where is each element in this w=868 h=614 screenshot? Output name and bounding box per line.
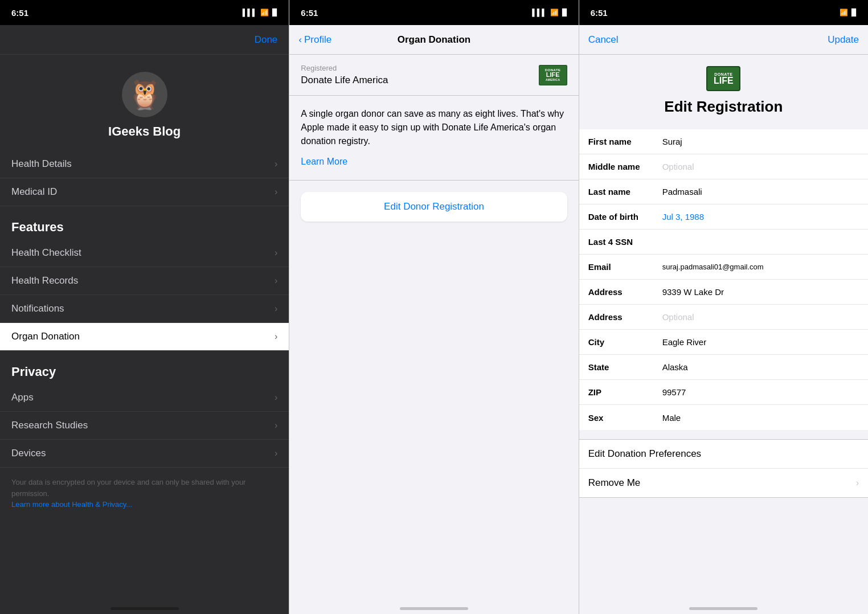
middle-name-label: Middle name (588, 162, 662, 171)
home-indicator-1 (0, 603, 289, 614)
ssn-label: Last 4 SSN (588, 237, 662, 247)
cancel-button[interactable]: Cancel (588, 34, 619, 46)
menu-item-health-details[interactable]: Health Details › (0, 150, 289, 178)
first-name-label: First name (588, 137, 662, 146)
state-label: State (588, 362, 662, 372)
form-row-address1[interactable]: Address 9339 W Lake Dr (579, 280, 868, 305)
form-row-middlename[interactable]: Middle name Optional (579, 154, 868, 179)
learn-more-link[interactable]: Learn More (301, 155, 567, 169)
edit-donation-preferences-button[interactable]: Edit Donation Preferences (579, 440, 868, 469)
form-row-sex[interactable]: Sex Male (579, 405, 868, 430)
life-logo-section: DONATE LIFE Edit Registration (579, 55, 868, 129)
back-chevron-icon: ‹ (298, 34, 302, 46)
edit-prefs-label: Edit Donation Preferences (588, 448, 859, 460)
address1-label: Address (588, 287, 662, 297)
wifi-icon: 📶 (840, 9, 848, 17)
chevron-icon: › (275, 276, 277, 286)
address2-label: Address (588, 312, 662, 322)
nav-bar-2: ‹ Profile Organ Donation (289, 25, 578, 55)
home-indicator-bar (400, 607, 468, 610)
status-bar-2: 6:51 ▌▌▌ 📶 ▉ (289, 0, 578, 25)
bottom-actions: Edit Donation Preferences Remove Me › (579, 439, 868, 498)
form-row-state[interactable]: State Alaska (579, 355, 868, 380)
registered-card: Registered Donate Life America DONATE LI… (289, 55, 578, 96)
organ-description: A single organ donor can save as many as… (289, 96, 578, 181)
form-row-firstname[interactable]: First name Suraj (579, 129, 868, 154)
city-value[interactable]: Eagle River (662, 337, 859, 347)
donate-life-logo: DONATE LIFE AMERICA (539, 65, 567, 85)
first-name-value[interactable]: Suraj (662, 137, 859, 146)
form-row-dob[interactable]: Date of birth Jul 3, 1988 (579, 204, 868, 230)
status-time-1: 6:51 (11, 8, 28, 18)
remove-me-button[interactable]: Remove Me › (579, 469, 868, 497)
signal-icon: ▌▌▌ (243, 9, 257, 17)
battery-icon: ▉ (272, 9, 277, 17)
signal-icon: ▌▌▌ (532, 9, 547, 17)
menu-item-label: Research Studies (11, 420, 88, 431)
life-logo-word: LIFE (714, 76, 734, 85)
menu-item-label: Health Records (11, 275, 78, 286)
menu-item-medical-id[interactable]: Medical ID › (0, 178, 289, 206)
home-indicator-bar (689, 607, 758, 610)
last-name-value[interactable]: Padmasali (662, 187, 859, 197)
back-label: Profile (304, 34, 331, 46)
chevron-icon: › (856, 478, 859, 488)
menu-item-apps[interactable]: Apps › (0, 384, 289, 412)
zip-value[interactable]: 99577 (662, 387, 859, 397)
organ-content: Registered Donate Life America DONATE LI… (289, 55, 578, 603)
registered-name: Donate Life America (301, 75, 388, 86)
menu-item-label: Medical ID (11, 186, 57, 198)
profile-name: IGeeks Blog (108, 124, 181, 139)
nav-bar-3: Cancel Update (579, 25, 868, 55)
city-label: City (588, 337, 662, 347)
health-privacy-link[interactable]: Learn more about Health & Privacy... (11, 500, 132, 509)
logo-middle-text: LIFE (546, 72, 560, 78)
status-icons-3: 📶 ▉ (840, 9, 857, 17)
menu-item-label: Health Details (11, 158, 72, 170)
menu-item-research-studies[interactable]: Research Studies › (0, 412, 289, 440)
footer-text: Your data is encrypted on your device an… (0, 468, 289, 519)
address2-value[interactable]: Optional (662, 312, 859, 322)
form-row-city[interactable]: City Eagle River (579, 330, 868, 355)
status-time-2: 6:51 (301, 8, 318, 18)
chevron-icon: › (275, 420, 277, 431)
home-indicator-bar (110, 607, 179, 610)
menu-item-label: Organ Donation (11, 331, 80, 342)
state-value[interactable]: Alaska (662, 362, 859, 372)
status-icons-2: ▌▌▌ 📶 ▉ (532, 9, 567, 17)
menu-item-label: Devices (11, 448, 46, 459)
chevron-icon: › (275, 448, 277, 459)
form-row-zip[interactable]: ZIP 99577 (579, 380, 868, 405)
email-label: Email (588, 262, 662, 272)
email-value[interactable]: suraj.padmasali01@gmail.com (662, 263, 859, 271)
wifi-icon: 📶 (550, 9, 559, 17)
status-bar-1: 6:51 ▌▌▌ 📶 ▉ (0, 0, 289, 25)
home-indicator-2 (289, 603, 578, 614)
remove-me-label: Remove Me (588, 477, 856, 489)
done-button[interactable]: Done (255, 34, 278, 46)
middle-name-value[interactable]: Optional (662, 162, 859, 171)
life-logo: DONATE LIFE (706, 66, 740, 91)
menu-item-devices[interactable]: Devices › (0, 440, 289, 468)
dob-label: Date of birth (588, 212, 662, 222)
edit-donor-registration-button[interactable]: Edit Donor Registration (301, 192, 567, 222)
menu-item-health-records[interactable]: Health Records › (0, 267, 289, 295)
update-button[interactable]: Update (828, 34, 859, 46)
back-button[interactable]: ‹ Profile (298, 34, 331, 46)
avatar: 🦉 (122, 72, 167, 117)
wifi-icon: 📶 (260, 9, 269, 17)
chevron-icon: › (275, 304, 277, 314)
menu-item-notifications[interactable]: Notifications › (0, 295, 289, 323)
status-time-3: 6:51 (591, 8, 608, 18)
address1-value[interactable]: 9339 W Lake Dr (662, 287, 859, 297)
menu-item-organ-donation[interactable]: Organ Donation › (0, 323, 289, 351)
form-row-ssn[interactable]: Last 4 SSN (579, 230, 868, 255)
chevron-icon: › (275, 248, 277, 258)
form-row-email[interactable]: Email suraj.padmasali01@gmail.com (579, 255, 868, 280)
sex-value[interactable]: Male (662, 413, 859, 423)
menu-item-health-checklist[interactable]: Health Checklist › (0, 239, 289, 267)
form-row-lastname[interactable]: Last name Padmasali (579, 179, 868, 204)
menu-item-label: Notifications (11, 303, 64, 314)
dob-value[interactable]: Jul 3, 1988 (662, 212, 859, 222)
form-row-address2[interactable]: Address Optional (579, 305, 868, 330)
